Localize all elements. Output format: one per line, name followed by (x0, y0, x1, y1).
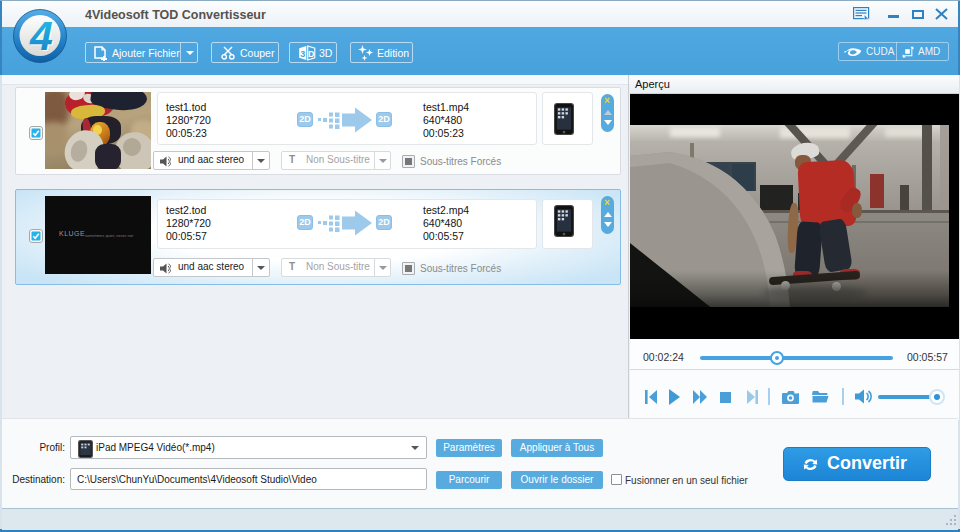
svg-text:4: 4 (29, 13, 53, 59)
svg-text:3: 3 (300, 49, 305, 59)
svg-text:D: D (308, 49, 315, 59)
